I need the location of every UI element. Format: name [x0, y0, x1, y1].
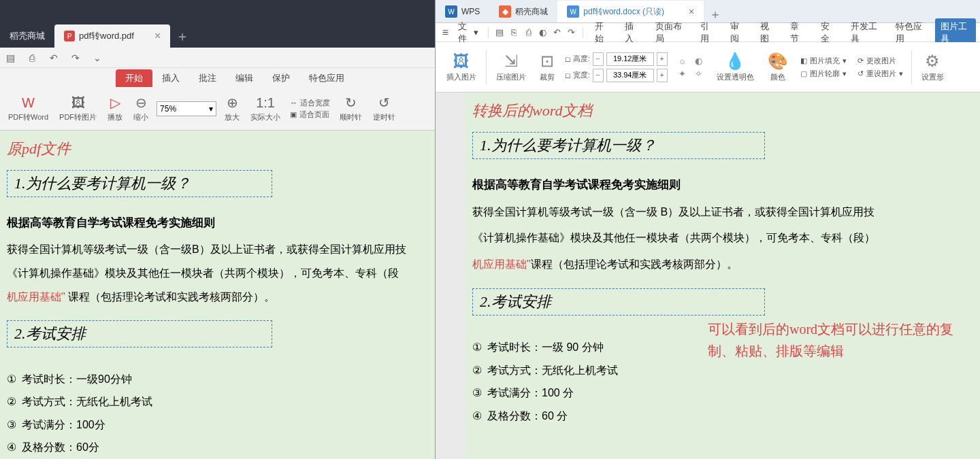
rotate-ccw-button[interactable]: ↺逆时针	[368, 87, 401, 130]
chevron-down-icon: ▾	[899, 69, 903, 78]
chevron-down-icon: ▾	[209, 104, 213, 114]
wps-icon: W	[445, 5, 457, 18]
tab-docx-active[interactable]: Wpdf转word.docx (只读)×	[557, 1, 704, 22]
chevron-down-icon: ▾	[843, 56, 847, 65]
effect-icon[interactable]: ✧	[692, 69, 706, 79]
ribbon-tab-protect[interactable]: 保护	[263, 69, 299, 87]
menu-view[interactable]: 视图	[754, 20, 781, 45]
fill-icon: ◧	[800, 56, 807, 65]
width-input[interactable]	[606, 69, 654, 82]
undo-icon[interactable]: ↶	[48, 52, 60, 64]
zoom-out-button[interactable]: ⊖缩小	[128, 87, 154, 130]
tab-wps[interactable]: WWPS	[436, 1, 489, 22]
decrement-button[interactable]: −	[593, 69, 604, 82]
menu-layout[interactable]: 页面布局	[649, 20, 691, 45]
ribbon-tab-edit[interactable]: 编辑	[226, 69, 263, 87]
outline-button[interactable]: ▢图片轮廓▾	[800, 69, 847, 79]
pdf-document-area: 原pdf文件 1.为什么要考计算机一级？ 根据高等教育自学考试课程免考实施细则 …	[0, 131, 435, 459]
fit-page-icon: ▣	[290, 110, 297, 119]
decrement-button[interactable]: −	[593, 52, 604, 66]
compress-image-button[interactable]: ⇲压缩图片	[489, 52, 533, 82]
lock-icon[interactable]: □	[566, 71, 570, 80]
menu-special[interactable]: 特色应用	[889, 20, 932, 45]
subheading: 根据高等教育自学考试课程免考实施细则	[472, 177, 973, 192]
fit-options: ↔适合宽度 ▣适合页面	[286, 98, 334, 120]
redo-icon[interactable]: ↷	[566, 27, 577, 37]
pdf-icon: P	[64, 31, 75, 41]
word-document-area[interactable]: 转换后的word文档 1.为什么要考计算机一级？ 根据高等教育自学考试课程免考实…	[466, 92, 980, 459]
tab-daoke[interactable]: 稻壳商城	[0, 24, 54, 48]
zoom-in-icon: ⊕	[227, 95, 238, 111]
sharpen-icon[interactable]: ✦	[676, 69, 689, 79]
file-menu[interactable]: 文件▾	[454, 20, 483, 45]
change-reset-group: ⟳更改图片 ↺重设图片▾	[852, 56, 909, 79]
color-button[interactable]: 🎨颜色	[761, 52, 795, 82]
zoom-in-button[interactable]: ⊕放大	[219, 87, 245, 130]
list-item: ④及格分数：60 分	[472, 405, 973, 428]
menu-start[interactable]: 开始	[589, 20, 616, 45]
increment-button[interactable]: +	[657, 69, 668, 82]
actual-size-button[interactable]: 1:1实际大小	[245, 87, 286, 130]
menu-security[interactable]: 安全	[815, 20, 842, 45]
fill-button[interactable]: ◧图片填充▾	[800, 56, 847, 66]
list-item: ①考试时长：一级90分钟	[7, 368, 428, 391]
droplet-icon: 💧	[725, 52, 745, 71]
tab-daoke[interactable]: ◆稻壳商城	[489, 1, 557, 22]
rotate-cw-button[interactable]: ↻顺时针	[334, 87, 368, 130]
open-icon[interactable]: ⎘	[508, 27, 520, 37]
separator	[583, 27, 583, 38]
save-icon[interactable]: ▤	[494, 27, 506, 37]
close-icon[interactable]: ×	[689, 6, 694, 17]
ribbon-tab-review[interactable]: 批注	[189, 69, 226, 87]
height-input[interactable]	[606, 52, 654, 66]
menu-dev[interactable]: 开发工具	[845, 20, 887, 45]
ribbon-tab-special[interactable]: 特色应用	[299, 69, 354, 87]
menu-bar: ≡ 文件▾ ▤ ⎘ ⎙ ◐ ↶ ↷ 开始 插入 页面布局 引用 审阅 视图 章节…	[436, 23, 980, 42]
pdf-to-image-button[interactable]: 🖼PDF转图片	[54, 87, 102, 130]
print-icon[interactable]: ⎙	[26, 52, 38, 64]
shape-settings-button[interactable]: ⚙设置形	[915, 52, 951, 82]
reset-image-button[interactable]: ↺重设图片▾	[858, 69, 903, 79]
list-item: ④及格分数：60分	[7, 436, 428, 459]
menu-insert[interactable]: 插入	[619, 20, 646, 45]
save-icon[interactable]: ▤	[4, 52, 16, 64]
redo-icon[interactable]: ↷	[69, 52, 82, 64]
crop-button[interactable]: ⊡裁剪	[533, 52, 561, 82]
pdf-to-word-button[interactable]: WPDF转Word	[3, 87, 54, 130]
fit-width-button[interactable]: ↔适合宽度	[290, 98, 330, 108]
lock-icon[interactable]: □	[566, 55, 570, 63]
separator	[486, 50, 487, 84]
ribbon-tab-start[interactable]: 开始	[116, 69, 152, 87]
daoke-icon: ◆	[499, 5, 511, 18]
body-text: 获得全国计算机等级考试一级（含一级B）及以上证书者，或获得全国计算机应用技 《计…	[7, 237, 428, 309]
title-bar	[0, 0, 435, 23]
ribbon-tab-insert[interactable]: 插入	[152, 69, 189, 87]
print-icon[interactable]: ⎙	[523, 27, 534, 37]
change-image-button[interactable]: ⟳更改图片	[858, 56, 903, 66]
insert-image-button[interactable]: 🖼插入图片	[440, 52, 483, 82]
brightness-icon[interactable]: ☼	[676, 56, 689, 66]
play-icon: ▷	[110, 95, 120, 111]
tab-pdf-active[interactable]: P pdf转word.pdf ×	[54, 24, 170, 48]
fit-page-button[interactable]: ▣适合页面	[290, 109, 330, 120]
compress-icon: ⇲	[504, 52, 518, 71]
separator	[488, 27, 489, 38]
menu-chapter[interactable]: 章节	[784, 20, 811, 45]
play-button[interactable]: ▷播放	[102, 87, 128, 130]
close-icon[interactable]: ×	[154, 30, 161, 42]
zoom-select[interactable]: 75%▾	[157, 101, 216, 116]
image-icon: 🖼	[453, 52, 470, 71]
transparent-button[interactable]: 💧设置透明色	[710, 52, 761, 82]
preview-icon[interactable]: ◐	[537, 27, 549, 37]
menu-review[interactable]: 审阅	[724, 20, 751, 45]
increment-button[interactable]: +	[657, 52, 668, 66]
hamburger-icon[interactable]: ≡	[440, 27, 451, 39]
contrast-icon[interactable]: ◐	[692, 56, 706, 66]
heading-2: 2.考试安排	[472, 288, 765, 316]
undo-icon[interactable]: ↶	[551, 27, 563, 37]
dropdown-icon[interactable]: ⌄	[91, 52, 103, 64]
separator	[911, 50, 912, 84]
menu-ref[interactable]: 引用	[694, 20, 721, 45]
zoom-out-icon: ⊖	[135, 95, 147, 111]
add-tab-button[interactable]: ＋	[170, 24, 195, 48]
